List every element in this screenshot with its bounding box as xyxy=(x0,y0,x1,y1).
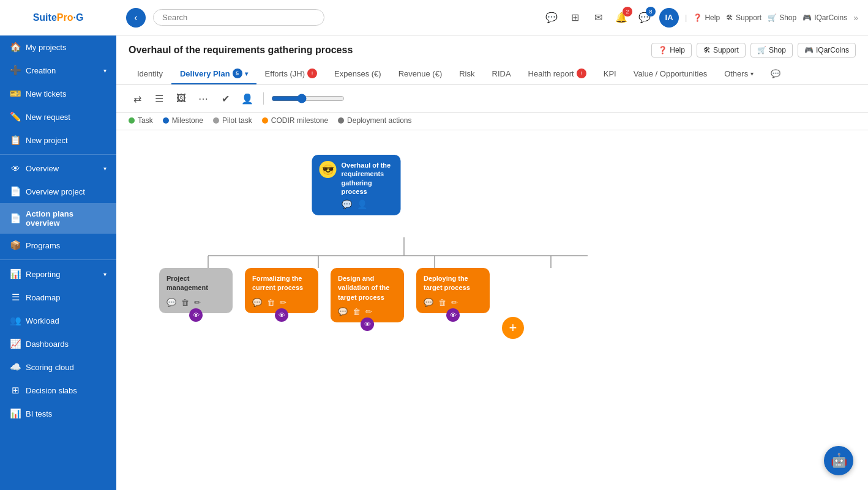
delete-icon[interactable]: 🗑 xyxy=(438,298,446,307)
sidebar-item-reporting[interactable]: 📊 Reporting ▾ xyxy=(0,262,116,286)
efforts-badge: ! xyxy=(307,69,317,78)
root-title: Overhaul of the requirements gathering p… xyxy=(342,161,394,196)
chevron-down-icon: ▾ xyxy=(103,67,107,74)
root-node[interactable]: 😎 Overhaul of the requirements gathering… xyxy=(312,155,401,215)
swap-icon[interactable]: ⇄ xyxy=(129,90,146,107)
collapse-icon[interactable]: » xyxy=(853,13,858,23)
node-project-management[interactable]: Project management 💬 🗑 ✏ 👁 xyxy=(159,268,233,313)
comment-icon[interactable]: 💬 xyxy=(342,199,352,209)
add-node-button[interactable]: + xyxy=(502,317,524,339)
coin-icon: 🎮 xyxy=(803,13,812,22)
shop-link[interactable]: 🛒 Shop xyxy=(768,13,796,22)
task-dot xyxy=(129,117,135,124)
message-badge-icon[interactable]: 💬 8 xyxy=(636,9,653,26)
shop-button[interactable]: 🛒 Shop xyxy=(750,43,793,58)
zoom-slider[interactable] xyxy=(271,94,345,103)
edit-icon[interactable]: ✏ xyxy=(280,298,286,307)
ticket-icon: 🎫 xyxy=(10,88,21,99)
topbar-actions: 💬 ⊞ ✉ 🔔 2 💬 8 IA | ❓ Help 🛠 Support xyxy=(543,8,858,28)
user-icon[interactable]: 👤 xyxy=(357,199,367,209)
sidebar-item-new-tickets[interactable]: 🎫 New tickets xyxy=(0,82,116,105)
doc-icon: 📄 xyxy=(10,186,21,197)
tab-health-report[interactable]: Health report ! xyxy=(520,64,595,84)
support-link[interactable]: 🛠 Support xyxy=(726,13,761,22)
tab-revenue[interactable]: Revenue (€) xyxy=(390,64,451,84)
help-icon: ❓ xyxy=(693,13,702,22)
iqarcoins-link[interactable]: 🎮 IQarCoins xyxy=(803,13,847,22)
back-button[interactable]: ‹ xyxy=(126,8,146,28)
tab-delivery-plan[interactable]: Delivery Plan 5 ▾ xyxy=(171,64,256,84)
comment-icon[interactable]: 💬 xyxy=(424,298,433,307)
comment-icon[interactable]: 💬 xyxy=(166,298,176,307)
dots-icon[interactable]: ⋯ xyxy=(195,90,212,107)
sidebar-item-roadmap[interactable]: ☰ Roadmap xyxy=(0,286,116,309)
grid-icon: ⊞ xyxy=(10,385,21,396)
search-input[interactable] xyxy=(153,9,324,26)
project-mgmt-title: Project management xyxy=(166,274,225,293)
node-deploying[interactable]: Deploying the target process 💬 🗑 ✏ 👁 xyxy=(416,268,490,313)
node-formalizing[interactable]: Formalizing the current process 💬 🗑 ✏ 👁 xyxy=(245,268,318,313)
tab-value-opportunities[interactable]: Value / Opportunities xyxy=(625,64,716,84)
pilot-task-dot xyxy=(213,117,219,124)
delete-icon[interactable]: 🗑 xyxy=(353,307,361,316)
edit-icon[interactable]: ✏ xyxy=(194,298,201,307)
bell-badge: 2 xyxy=(623,7,632,17)
sidebar-item-bi-tests[interactable]: 📊 BI tests xyxy=(0,402,116,425)
comment-icon[interactable]: 💬 xyxy=(252,298,262,307)
sidebar-item-scoring-cloud[interactable]: ☁️ Scoring cloud xyxy=(0,355,116,379)
support-button[interactable]: 🛠 Support xyxy=(697,43,746,58)
sidebar-item-creation[interactable]: ➕ Creation ▾ xyxy=(0,59,116,82)
delete-icon[interactable]: 🗑 xyxy=(181,298,189,307)
chart-icon: 📊 xyxy=(10,269,21,280)
iqarcoins-button[interactable]: 🎮 IQarCoins xyxy=(798,43,856,58)
node-design-validation[interactable]: Design and validation of the target proc… xyxy=(331,268,404,322)
chevron-down-icon: ▾ xyxy=(103,165,107,172)
chatbot-icon: 🤖 xyxy=(831,453,847,469)
sidebar-item-overview-project[interactable]: 📄 Overview project xyxy=(0,180,116,203)
chat-icon[interactable]: 💬 xyxy=(543,9,560,26)
sidebar-item-action-plans[interactable]: 📄 Action plans overview xyxy=(0,203,116,234)
tab-risk[interactable]: Risk xyxy=(451,64,483,84)
mail-icon[interactable]: ✉ xyxy=(589,9,607,26)
tab-identity[interactable]: Identity xyxy=(129,64,171,84)
design-validation-actions: 💬 🗑 ✏ xyxy=(338,307,397,316)
page-header-actions: ❓ Help 🛠 Support 🛒 Shop 🎮 IQarCoins xyxy=(651,43,856,58)
sidebar-item-decision-slabs[interactable]: ⊞ Decision slabs xyxy=(0,379,116,402)
legend-task: Task xyxy=(129,116,153,125)
design-validation-eye[interactable]: 👁 xyxy=(361,317,374,331)
avatar[interactable]: IA xyxy=(659,8,679,28)
checklist-icon[interactable]: ✔ xyxy=(217,90,234,107)
sidebar-item-overview[interactable]: 👁 Overview ▾ xyxy=(0,157,116,180)
list-icon[interactable]: ☰ xyxy=(151,90,168,107)
clipboard-icon: 📋 xyxy=(10,135,21,146)
apps-icon[interactable]: ⊞ xyxy=(566,9,583,26)
sidebar-item-workload[interactable]: 👥 Workload xyxy=(0,309,116,332)
sidebar-item-new-project[interactable]: 📋 New project xyxy=(0,128,116,152)
comment-icon[interactable]: 💬 xyxy=(338,307,348,316)
sidebar-item-my-projects[interactable]: 🏠 My projects xyxy=(0,35,116,59)
project-mgmt-eye[interactable]: 👁 xyxy=(189,308,203,322)
tab-rida[interactable]: RIDA xyxy=(484,64,520,84)
formalizing-eye[interactable]: 👁 xyxy=(275,308,288,322)
deploying-eye[interactable]: 👁 xyxy=(446,308,460,322)
chevron-down-icon: ▾ xyxy=(750,70,754,77)
edit-icon[interactable]: ✏ xyxy=(365,307,372,316)
help-button[interactable]: ❓ Help xyxy=(651,43,692,58)
delete-icon[interactable]: 🗑 xyxy=(267,298,275,307)
person-icon[interactable]: 👤 xyxy=(239,90,256,107)
sidebar-item-dashboards[interactable]: 📈 Dashboards xyxy=(0,332,116,355)
image-icon[interactable]: 🖼 xyxy=(173,90,190,107)
bell-icon[interactable]: 🔔 2 xyxy=(613,9,630,26)
tab-others[interactable]: Others ▾ xyxy=(716,64,762,84)
chatbot-button[interactable]: 🤖 xyxy=(824,446,853,475)
sidebar-item-programs[interactable]: 📦 Programs xyxy=(0,234,116,257)
tab-efforts[interactable]: Efforts (JH) ! xyxy=(256,64,326,84)
tab-kpi[interactable]: KPI xyxy=(595,64,625,84)
help-link[interactable]: ❓ Help xyxy=(693,13,720,22)
edit-icon[interactable]: ✏ xyxy=(451,298,458,307)
divider xyxy=(0,154,116,155)
sidebar-item-new-request[interactable]: ✏️ New request xyxy=(0,105,116,128)
tab-expenses[interactable]: Expenses (€) xyxy=(326,64,390,84)
legend-milestone: Milestone xyxy=(163,116,203,125)
tab-chat[interactable]: 💬 xyxy=(762,64,789,84)
